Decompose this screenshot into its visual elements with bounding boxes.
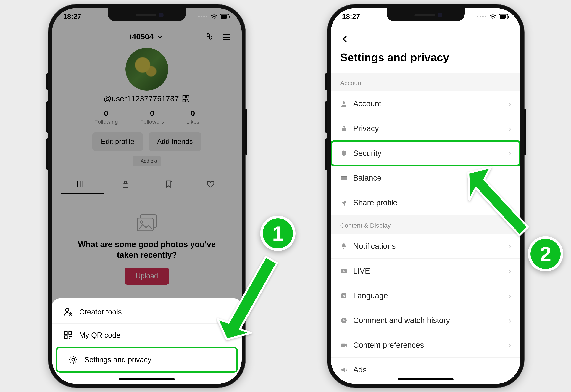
live-icon <box>340 267 348 275</box>
lock-icon <box>340 125 348 132</box>
svg-rect-2 <box>229 16 230 18</box>
chevron-right-icon: › <box>508 266 511 276</box>
megaphone-icon <box>340 366 348 374</box>
sheet-settings-privacy[interactable]: Settings and privacy <box>56 347 238 373</box>
svg-rect-23 <box>500 15 506 19</box>
chevron-right-icon: › <box>508 124 511 133</box>
battery-icon <box>499 14 509 19</box>
svg-rect-34 <box>341 344 345 347</box>
svg-marker-35 <box>345 344 347 347</box>
bell-icon <box>340 243 348 250</box>
cell-privacy[interactable]: Privacy › <box>331 116 520 141</box>
svg-marker-21 <box>217 257 277 339</box>
share-icon <box>340 199 348 206</box>
section-account: Account <box>331 73 520 91</box>
svg-rect-14 <box>65 332 67 334</box>
wifi-icon <box>489 14 497 19</box>
chevron-right-icon: › <box>508 99 511 108</box>
clock-icon <box>340 317 348 324</box>
cell-label: Balance <box>353 174 381 182</box>
cell-label: Ads <box>353 365 367 374</box>
cell-label: Share profile <box>353 198 397 207</box>
back-icon[interactable] <box>340 34 350 44</box>
svg-point-25 <box>343 101 345 104</box>
svg-point-13 <box>66 308 69 311</box>
sheet-creator-tools[interactable]: Creator tools <box>52 300 242 323</box>
cell-comment-watch-history[interactable]: Comment and watch history › <box>331 308 520 333</box>
chevron-right-icon: › <box>508 340 511 350</box>
cell-label: Language <box>353 291 388 300</box>
signal-dots-icon <box>477 16 486 17</box>
annotation-arrow-1 <box>216 246 286 349</box>
cell-label: Account <box>353 99 381 108</box>
cell-content-preferences[interactable]: Content preferences › <box>331 333 520 358</box>
cell-label: Comment and watch history <box>353 316 450 325</box>
svg-marker-36 <box>468 167 528 235</box>
svg-rect-18 <box>71 336 72 337</box>
svg-point-20 <box>72 358 74 361</box>
page-title: Settings and privacy <box>331 45 520 73</box>
notch <box>387 8 465 21</box>
home-indicator <box>119 378 175 380</box>
annotation-arrow-2 <box>459 162 537 251</box>
profile-menu-sheet: Creator tools My QR code Settings and pr… <box>52 298 242 384</box>
svg-rect-24 <box>508 16 509 18</box>
battery-icon <box>220 14 230 19</box>
sheet-label: My QR code <box>79 331 120 339</box>
svg-rect-16 <box>65 336 67 339</box>
svg-rect-1 <box>221 15 227 19</box>
cell-language[interactable]: A Language › <box>331 283 520 308</box>
svg-rect-15 <box>69 332 71 334</box>
cell-account[interactable]: Account › <box>331 91 520 116</box>
notch <box>108 8 186 21</box>
shield-icon <box>340 149 348 157</box>
cell-label: Security <box>353 149 381 158</box>
step-badge-2: 2 <box>528 236 563 272</box>
cell-label: Notifications <box>353 242 396 251</box>
cell-label: Privacy <box>353 124 379 133</box>
person-star-icon <box>63 307 73 317</box>
svg-rect-19 <box>69 337 70 339</box>
chevron-right-icon: › <box>508 316 511 325</box>
language-icon: A <box>340 292 348 299</box>
svg-text:A: A <box>343 294 345 298</box>
sheet-label: Settings and privacy <box>84 356 151 364</box>
video-icon <box>340 341 348 349</box>
gear-icon <box>68 355 78 364</box>
svg-rect-17 <box>69 336 70 337</box>
cell-live[interactable]: LIVE › <box>331 259 520 283</box>
qr-icon <box>63 330 73 340</box>
signal-dots-icon <box>198 16 207 17</box>
chevron-right-icon: › <box>508 291 511 300</box>
chevron-right-icon: › <box>508 149 511 158</box>
sheet-label: Creator tools <box>79 308 122 316</box>
svg-rect-26 <box>342 128 346 131</box>
sheet-qr-code[interactable]: My QR code <box>52 323 242 347</box>
person-icon <box>340 100 348 107</box>
cell-label: LIVE <box>353 266 370 276</box>
home-indicator <box>398 378 454 380</box>
wifi-icon <box>210 14 218 19</box>
wallet-icon <box>340 174 348 182</box>
status-time: 18:27 <box>63 13 81 21</box>
cell-label: Content preferences <box>353 341 424 349</box>
svg-rect-28 <box>341 176 347 177</box>
step-badge-1: 1 <box>260 216 296 251</box>
status-time: 18:27 <box>342 13 360 21</box>
